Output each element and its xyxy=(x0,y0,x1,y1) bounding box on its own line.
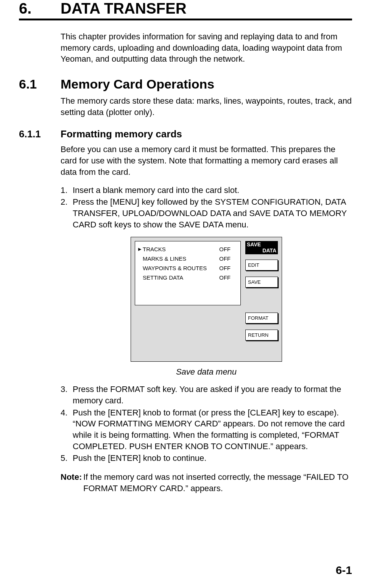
menu-row-label: SETTING DATA xyxy=(143,274,219,281)
softkey-format[interactable]: FORMAT xyxy=(245,313,278,324)
menu-row: SETTING DATA OFF xyxy=(138,274,237,281)
step-item: 2. Press the [MENU] key followed by the … xyxy=(61,196,352,230)
menu-row-label: TRACKS xyxy=(143,246,219,252)
note-text: If the memory card was not inserted corr… xyxy=(83,471,352,494)
step-text: Insert a blank memory card into the card… xyxy=(73,185,239,196)
note: Note: If the memory card was not inserte… xyxy=(61,471,352,494)
chapter-number: 6. xyxy=(19,0,61,17)
menu-row: ▶ TRACKS OFF xyxy=(138,246,237,252)
step-number: 2. xyxy=(61,196,73,230)
menu-item-list: ▶ TRACKS OFF MARKS & LINES OFF WAYPOINTS… xyxy=(135,241,241,305)
step-number: 5. xyxy=(61,453,73,464)
chapter-title: 6. DATA TRANSFER xyxy=(19,0,352,20)
subsection-number: 6.1.1 xyxy=(19,128,61,140)
cursor-icon: ▶ xyxy=(138,247,143,252)
menu-row: MARKS & LINES OFF xyxy=(138,255,237,262)
step-number: 3. xyxy=(61,384,73,406)
step-number: 1. xyxy=(61,185,73,196)
softkey-header: SAVE DATA xyxy=(245,241,278,254)
step-text: Press the FORMAT soft key. You are asked… xyxy=(73,384,352,406)
section-name: Memory Card Operations xyxy=(61,77,214,92)
step-item: 5. Push the [ENTER] knob to continue. xyxy=(61,453,352,464)
section-text: The memory cards store these data: marks… xyxy=(61,95,352,118)
step-text: Press the [MENU] key followed by the SYS… xyxy=(73,196,352,230)
step-text: Push the [ENTER] knob to continue. xyxy=(73,453,206,464)
chapter-name: DATA TRANSFER xyxy=(61,0,187,17)
step-item: 3. Press the FORMAT soft key. You are as… xyxy=(61,384,352,406)
note-label: Note: xyxy=(61,471,83,494)
softkey-panel: SAVE DATA EDIT SAVE FORMAT RETURN xyxy=(245,241,278,341)
subsection-text: Before you can use a memory card it must… xyxy=(61,144,352,177)
softkey-header-line2: DATA xyxy=(247,248,276,254)
softkey-edit[interactable]: EDIT xyxy=(245,260,278,271)
menu-row: WAYPOINTS & ROUTES OFF xyxy=(138,265,237,271)
softkey-header-line1: SAVE xyxy=(247,242,276,247)
page-number: 6-1 xyxy=(336,564,352,577)
menu-row-label: MARKS & LINES xyxy=(143,255,219,262)
save-data-menu: ▶ TRACKS OFF MARKS & LINES OFF WAYPOINTS… xyxy=(131,237,282,362)
section-number: 6.1 xyxy=(19,77,61,92)
menu-row-value: OFF xyxy=(219,274,237,281)
step-number: 4. xyxy=(61,407,73,452)
step-text: Push the [ENTER] knob to format (or pres… xyxy=(73,407,352,452)
steps-list-1: 1. Insert a blank memory card into the c… xyxy=(61,185,352,230)
softkey-return[interactable]: RETURN xyxy=(245,330,278,341)
step-item: 4. Push the [ENTER] knob to format (or p… xyxy=(61,407,352,452)
figure: ▶ TRACKS OFF MARKS & LINES OFF WAYPOINTS… xyxy=(61,237,352,377)
steps-list-2: 3. Press the FORMAT soft key. You are as… xyxy=(61,384,352,464)
menu-row-value: OFF xyxy=(219,265,237,271)
step-item: 1. Insert a blank memory card into the c… xyxy=(61,185,352,196)
subsection-title: 6.1.1 Formatting memory cards xyxy=(19,128,352,140)
menu-row-label: WAYPOINTS & ROUTES xyxy=(143,265,219,271)
figure-caption: Save data menu xyxy=(61,367,352,377)
subsection-name: Formatting memory cards xyxy=(61,128,182,140)
intro-paragraph: This chapter provides information for sa… xyxy=(61,31,352,65)
section-title: 6.1 Memory Card Operations xyxy=(19,77,352,92)
menu-row-value: OFF xyxy=(219,255,237,262)
softkey-save[interactable]: SAVE xyxy=(245,277,278,288)
menu-row-value: OFF xyxy=(219,246,237,252)
